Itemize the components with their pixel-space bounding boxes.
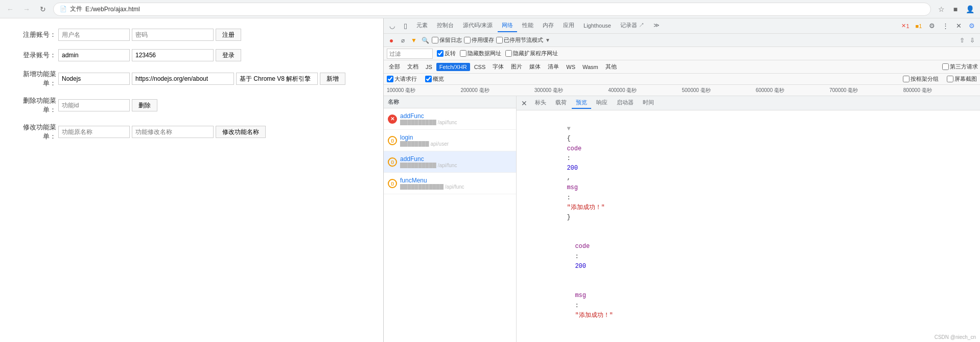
del-menu-id-input[interactable] [58, 99, 130, 111]
devtools-settings-gear[interactable]: ⚙ [966, 20, 978, 32]
screenshot-input[interactable] [947, 76, 953, 82]
tab-console[interactable]: 控制台 [433, 19, 458, 32]
third-party-checkbox[interactable]: 第三方请求 [942, 63, 978, 71]
more-button[interactable]: ⋮ [939, 20, 951, 32]
settings-button[interactable]: ⚙ [926, 20, 938, 32]
register-username-input[interactable] [58, 29, 130, 41]
overview-checkbox[interactable]: 概览 [425, 75, 444, 83]
hide-data-urls-input[interactable] [460, 50, 466, 57]
bookmark-button[interactable]: ☆ [935, 3, 947, 15]
warn-count-button[interactable]: ■ 1 [913, 20, 925, 32]
reload-button[interactable]: ↻ [37, 3, 49, 15]
type-other[interactable]: 其他 [602, 62, 620, 72]
tab-network[interactable]: 网络 [498, 19, 517, 32]
tab-sources[interactable]: 源代码/来源 [459, 19, 497, 32]
list-item[interactable]: {} login ████████ api/user [384, 130, 516, 151]
ptab-preview[interactable]: 预览 [572, 97, 591, 109]
type-img[interactable]: 图片 [508, 62, 525, 72]
login-button[interactable]: 登录 [216, 49, 241, 61]
type-wasm[interactable]: Wasm [579, 63, 601, 71]
throttle-checkbox[interactable]: 已停用节流模式 [496, 36, 543, 44]
back-button[interactable]: ← [4, 3, 16, 15]
overview-input[interactable] [425, 76, 432, 82]
devtools-inspect-button[interactable]: ◡ [386, 20, 398, 32]
tab-lighthouse[interactable]: Lighthouse [579, 20, 615, 32]
mark-300k: 300000 毫秒 [534, 87, 608, 94]
type-js[interactable]: JS [423, 63, 435, 71]
clear-button[interactable]: ⌀ [398, 36, 407, 45]
extensions-button[interactable]: ■ [949, 3, 962, 15]
list-item[interactable]: {} addFunc ██████████ /api/func [384, 151, 516, 173]
record-button[interactable]: ● [387, 36, 396, 45]
hide-extension-input[interactable] [505, 50, 512, 57]
ptab-initiator[interactable]: 启动器 [613, 97, 638, 109]
third-party-input[interactable] [942, 63, 949, 70]
filter-input[interactable] [387, 49, 433, 59]
tab-performance[interactable]: 性能 [518, 19, 538, 32]
register-button[interactable]: 注册 [216, 29, 241, 41]
invert-input[interactable] [437, 50, 444, 57]
throttle-arrow: ▼ [545, 37, 550, 43]
import-button[interactable]: ⇧ [958, 36, 967, 45]
add-menu-url-input[interactable] [132, 73, 234, 85]
preserve-log-input[interactable] [432, 37, 438, 43]
forward-button[interactable]: → [20, 3, 33, 15]
hide-data-urls-checkbox[interactable]: 隐藏数据网址 [460, 50, 501, 57]
tab-memory[interactable]: 内存 [539, 19, 558, 32]
throttle-input[interactable] [496, 37, 503, 43]
mod-menu-old-input[interactable] [58, 126, 130, 138]
large-rows-input[interactable] [387, 76, 393, 82]
json-collapse-toggle[interactable]: ▼ [567, 125, 570, 132]
tab-more[interactable]: ≫ [649, 20, 664, 32]
close-preview-button[interactable]: ✕ [519, 98, 530, 109]
type-font[interactable]: 字体 [489, 62, 507, 72]
list-item[interactable]: ✕ addFunc ██████████ /api/func [384, 108, 516, 130]
ptab-timing[interactable]: 时间 [639, 97, 658, 109]
mod-menu-new-input[interactable] [132, 126, 214, 138]
close-devtools-button[interactable]: ✕ [952, 20, 965, 32]
hide-extension-checkbox[interactable]: 隐藏扩展程序网址 [505, 50, 558, 57]
network-list-header: 名称 [384, 96, 516, 108]
profile-button[interactable]: 👤 [964, 3, 976, 15]
add-menu-button[interactable]: 新增 [320, 73, 345, 85]
tab-application[interactable]: 应用 [559, 19, 578, 32]
search-button[interactable]: 🔍 [421, 36, 430, 45]
type-filter-bar: 全部 文档 JS Fetch/XHR CSS 字体 图片 媒体 清单 WS Wa… [384, 60, 980, 74]
add-menu-desc-input[interactable] [236, 73, 318, 85]
group-by-frame-checkbox[interactable]: 按框架分组 [903, 75, 939, 83]
list-item[interactable]: {} funcMenu ████████████ /api/func [384, 173, 516, 194]
ptab-payload[interactable]: 载荷 [551, 97, 571, 109]
tab-recorder[interactable]: 记录器 ↗ [616, 19, 648, 32]
type-fetch[interactable]: Fetch/XHR [436, 63, 470, 71]
disable-cache-checkbox[interactable]: 停用缓存 [464, 36, 494, 44]
type-manifest[interactable]: 清单 [545, 62, 562, 72]
type-media[interactable]: 媒体 [526, 62, 544, 72]
preview-content: ▼ { code : 200 , msg : "添加成功！" } code : [517, 110, 980, 342]
devtools-toolbar: ◡ ▯ 元素 控制台 源代码/来源 网络 性能 内存 应用 Lighthouse… [384, 18, 980, 34]
filter-button[interactable]: ▼ [409, 36, 418, 45]
type-css[interactable]: CSS [471, 63, 489, 71]
options-row: 大请求行 概览 按框架分组 屏幕截图 [384, 74, 980, 85]
type-doc[interactable]: 文档 [404, 62, 422, 72]
type-all[interactable]: 全部 [386, 62, 403, 72]
export-button[interactable]: ⇩ [968, 36, 977, 45]
login-password-input[interactable] [132, 49, 214, 61]
devtools-device-button[interactable]: ▯ [399, 20, 411, 32]
ptab-headers[interactable]: 标头 [531, 97, 550, 109]
tab-elements[interactable]: 元素 [412, 19, 432, 32]
invert-checkbox[interactable]: 反转 [437, 50, 456, 57]
type-ws[interactable]: WS [563, 63, 578, 71]
disable-cache-input[interactable] [464, 37, 471, 43]
network-area: 名称 ✕ addFunc ██████████ /api/func {} [384, 96, 980, 342]
screenshot-checkbox[interactable]: 屏幕截图 [947, 75, 977, 83]
error-count-button[interactable]: ✕ 1 [899, 20, 912, 32]
group-by-frame-input[interactable] [903, 76, 909, 82]
mod-menu-button[interactable]: 修改功能名称 [216, 126, 266, 138]
preserve-log-checkbox[interactable]: 保留日志 [432, 36, 462, 44]
login-username-input[interactable] [58, 49, 130, 61]
add-menu-name-input[interactable] [58, 73, 130, 85]
ptab-response[interactable]: 响应 [592, 97, 612, 109]
large-rows-checkbox[interactable]: 大请求行 [387, 75, 417, 83]
del-menu-button[interactable]: 删除 [132, 99, 157, 111]
register-password-input[interactable] [132, 29, 214, 41]
